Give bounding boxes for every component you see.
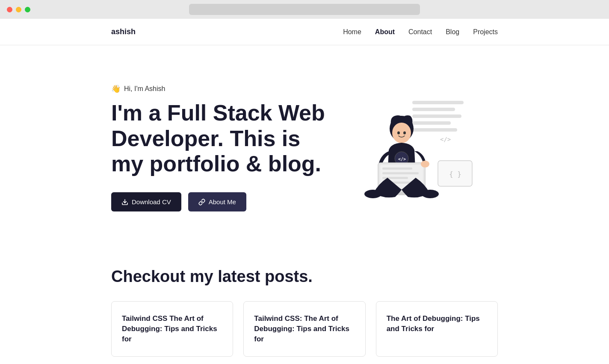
hero-illustration: </> { } </> <box>335 79 498 216</box>
post-card[interactable]: The Art of Debugging: Tips and Tricks fo… <box>376 301 498 357</box>
post-card-title: Tailwind CSS The Art of Debugging: Tips … <box>122 314 222 344</box>
svg-point-23 <box>422 190 439 198</box>
svg-text:</>: </> <box>440 136 451 143</box>
close-button[interactable] <box>7 7 12 12</box>
svg-rect-4 <box>412 121 451 125</box>
window-chrome <box>0 0 609 19</box>
post-card[interactable]: Tailwind CSS The Art of Debugging: Tips … <box>111 301 233 357</box>
download-cv-label: Download CV <box>132 198 171 205</box>
download-icon <box>121 199 128 205</box>
nav-contact[interactable]: Contact <box>408 28 432 35</box>
svg-rect-2 <box>412 108 455 111</box>
post-card-title: Tailwind CSS: The Art of Debugging: Tips… <box>254 314 355 344</box>
posts-grid: Tailwind CSS The Art of Debugging: Tips … <box>111 301 498 357</box>
nav-links: Home About Contact Blog Projects <box>343 28 498 36</box>
svg-rect-18 <box>382 172 419 174</box>
svg-point-10 <box>392 123 411 143</box>
about-me-label: About Me <box>209 198 236 205</box>
download-cv-button[interactable]: Download CV <box>111 192 181 211</box>
posts-section: Checkout my latest posts. Tailwind CSS T… <box>0 242 609 364</box>
nav-home[interactable]: Home <box>343 28 361 35</box>
post-card[interactable]: Tailwind CSS: The Art of Debugging: Tips… <box>243 301 365 357</box>
hero-title: I'm a Full Stack Web Developer. This is … <box>111 100 335 177</box>
minimize-button[interactable] <box>16 7 21 12</box>
svg-rect-3 <box>412 114 461 118</box>
hero-section: 👋 Hi, I'm Ashish I'm a Full Stack Web De… <box>0 45 609 242</box>
maximize-button[interactable] <box>25 7 30 12</box>
svg-rect-1 <box>412 101 464 104</box>
nav-about[interactable]: About <box>375 28 395 35</box>
greeting-text: 👋 Hi, I'm Ashish <box>111 84 335 94</box>
svg-rect-5 <box>412 128 457 132</box>
svg-point-24 <box>421 161 429 167</box>
svg-point-12 <box>403 132 406 135</box>
posts-section-title: Checkout my latest posts. <box>111 267 498 286</box>
greeting-label: Hi, I'm Ashish <box>124 85 165 93</box>
hero-content: 👋 Hi, I'm Ashish I'm a Full Stack Web De… <box>111 84 335 211</box>
website-content: ashish Home About Contact Blog Projects … <box>0 19 609 364</box>
about-me-button[interactable]: About Me <box>188 192 246 211</box>
brand-logo[interactable]: ashish <box>111 27 136 36</box>
link-icon <box>198 199 205 205</box>
svg-rect-17 <box>382 167 412 170</box>
nav-blog[interactable]: Blog <box>446 28 459 35</box>
svg-point-11 <box>397 132 400 135</box>
hero-buttons: Download CV About Me <box>111 192 335 211</box>
developer-illustration: </> { } </> <box>340 84 494 212</box>
navbar: ashish Home About Contact Blog Projects <box>0 19 609 45</box>
nav-projects[interactable]: Projects <box>473 28 498 35</box>
address-bar[interactable] <box>189 4 420 15</box>
svg-point-22 <box>364 190 381 198</box>
svg-text:</>: </> <box>398 157 406 161</box>
wave-emoji: 👋 <box>111 84 121 94</box>
post-card-title: The Art of Debugging: Tips and Tricks fo… <box>387 314 487 334</box>
svg-text:{ }: { } <box>449 170 461 178</box>
